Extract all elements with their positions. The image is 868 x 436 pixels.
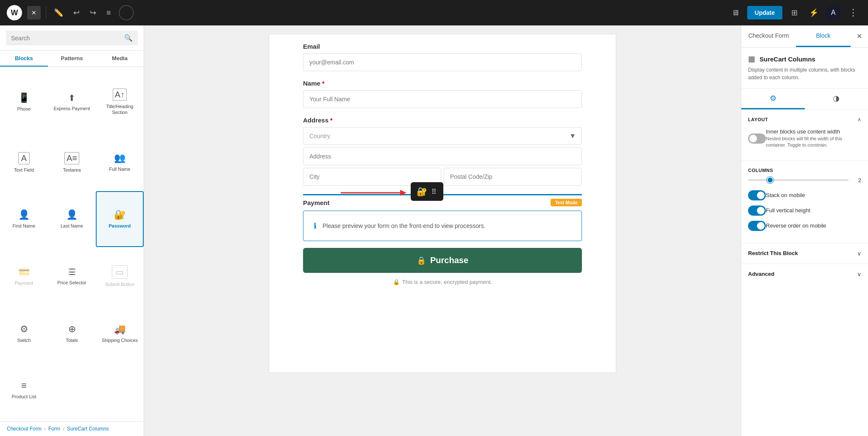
popup-drag-handle-icon[interactable]: ⠿ — [431, 188, 437, 196]
edit-pen-button[interactable]: ✏️ — [51, 6, 66, 20]
tab-media[interactable]: Media — [96, 51, 144, 67]
panel-style-tabs: ⚙ ◑ — [741, 89, 868, 110]
zip-input[interactable] — [444, 168, 582, 186]
block-item-product-list[interactable]: ≡ Product List — [0, 362, 48, 418]
svg-marker-1 — [400, 190, 406, 196]
block-label-switch: Switch — [17, 337, 31, 343]
block-item-last-name[interactable]: 👤 Last Name — [48, 191, 96, 247]
sidebar: 🔍 Blocks Patterns Media 📱 Phone ⬆ Expres… — [0, 25, 144, 436]
tab-style-icon[interactable]: ◑ — [805, 89, 868, 109]
layout-chevron-icon[interactable]: ∧ — [857, 117, 861, 122]
secure-lock-icon: 🔒 — [393, 279, 400, 285]
email-input[interactable] — [303, 53, 582, 71]
stack-on-mobile-toggle[interactable] — [748, 190, 766, 200]
block-item-express-payment[interactable]: ⬆ Express Payment — [48, 70, 96, 134]
block-item-full-name[interactable]: 👥 Full Name — [96, 134, 144, 191]
block-item-text-field[interactable]: A Text Field — [0, 134, 48, 191]
block-item-switch[interactable]: ⚙ Switch — [0, 305, 48, 361]
toolbar-right: 🖥 Update ⊞ ⚡ A ⋮ — [728, 5, 861, 20]
layout-section: Layout ∧ Inner blocks use content width … — [741, 110, 868, 161]
arrow-overlay — [341, 186, 409, 199]
block-label-password: Password — [109, 223, 131, 229]
block-item-totals[interactable]: ⊕ Totals — [48, 305, 96, 361]
block-label-textarea: Textarea — [63, 167, 81, 173]
block-item-textarea[interactable]: A≡ Textarea — [48, 134, 96, 191]
name-input[interactable] — [303, 90, 582, 108]
list-view-button[interactable]: ≡ — [104, 6, 114, 20]
test-mode-badge: Test Mode — [551, 199, 582, 206]
info-icon: ℹ — [314, 221, 317, 230]
last-name-icon: 👤 — [66, 209, 78, 220]
panel-block-info: ▦ SureCart Columns Display content in mu… — [741, 47, 868, 89]
express-payment-icon: ⬆ — [68, 93, 75, 103]
redo-button[interactable]: ↪ — [87, 6, 99, 20]
stack-on-mobile-label: Stack on mobile — [766, 192, 856, 198]
product-list-icon: ≡ — [21, 380, 27, 391]
columns-section: COLUMNS 2 Stack on mobile Ful — [741, 161, 868, 243]
block-item-shipping-choices[interactable]: 🚚 Shipping Choices — [96, 305, 144, 361]
shipping-choices-icon: 🚚 — [114, 324, 125, 335]
site-logo[interactable]: W — [7, 5, 22, 20]
purchase-label: Purchase — [430, 255, 468, 265]
block-label-last-name: Last Name — [61, 223, 83, 229]
columns-label: COLUMNS — [748, 168, 861, 173]
inner-blocks-label: Inner blocks use content width — [766, 128, 856, 135]
purchase-button[interactable]: 🔒 Purchase — [303, 248, 582, 273]
reverse-order-label-group: Reverse order on mobile — [766, 222, 856, 229]
columns-value: 2 — [853, 177, 861, 183]
full-vertical-height-toggle[interactable] — [748, 206, 766, 216]
tab-block[interactable]: Block — [796, 25, 851, 47]
main-layout: 🔍 Blocks Patterns Media 📱 Phone ⬆ Expres… — [0, 25, 868, 436]
tab-settings-icon[interactable]: ⚙ — [741, 89, 805, 109]
block-item-title-heading[interactable]: A↑ Title/Heading Section — [96, 70, 144, 134]
tab-patterns[interactable]: Patterns — [48, 51, 96, 67]
payment-label: Payment — [303, 199, 330, 206]
breadcrumb-surecart-columns[interactable]: SureCart Columns — [67, 426, 109, 432]
inner-blocks-toggle[interactable] — [748, 133, 766, 144]
panel-block-icon: ▦ — [748, 54, 755, 64]
stack-mobile-label-group: Stack on mobile — [766, 192, 856, 198]
block-item-password[interactable]: 🔐 Password — [96, 191, 144, 247]
bolt-button[interactable]: ⚡ — [806, 5, 821, 20]
desktop-view-button[interactable]: 🖥 — [728, 5, 743, 20]
full-vertical-height-row: Full vertical height — [748, 206, 861, 216]
avatar[interactable]: A — [826, 5, 841, 20]
tab-blocks[interactable]: Blocks — [0, 51, 48, 67]
block-item-price-selector[interactable]: ☰ Price Selector — [48, 247, 96, 305]
toolbar-divider — [46, 6, 46, 19]
country-select[interactable]: Country — [303, 127, 582, 145]
block-label-product-list: Product List — [11, 394, 36, 400]
breadcrumb-checkout-form[interactable]: Checkout Form — [7, 426, 42, 432]
block-label-title-heading: Title/Heading Section — [100, 103, 139, 116]
advanced-chevron-icon: ∨ — [857, 271, 861, 278]
search-box[interactable]: 🔍 — [6, 31, 138, 45]
reverse-order-toggle[interactable] — [748, 221, 766, 231]
address-grid: Country ▼ — [303, 127, 582, 186]
country-select-wrapper: Country ▼ — [303, 127, 582, 145]
password-icon: 🔐 — [114, 209, 125, 220]
inner-blocks-desc: Nested blocks will fill the width of thi… — [766, 136, 856, 149]
search-input[interactable] — [11, 35, 121, 42]
reverse-order-label: Reverse order on mobile — [766, 222, 856, 229]
address-input[interactable] — [303, 147, 582, 165]
secure-message: 🔒 This is a secure, encrypted payment. — [303, 279, 582, 285]
restrict-block-section[interactable]: Restrict This Block ∨ — [741, 243, 868, 264]
submit-button-icon: ▭ — [112, 265, 128, 279]
undo-button[interactable]: ↩ — [71, 6, 82, 20]
payment-section: Payment Test Mode ℹ Please preview your … — [303, 199, 582, 241]
layout-button[interactable]: ⊞ — [787, 5, 802, 20]
columns-slider[interactable] — [748, 179, 849, 181]
update-button[interactable]: Update — [747, 6, 782, 19]
block-item-first-name[interactable]: 👤 First Name — [0, 191, 48, 247]
close-editor-button[interactable]: ✕ — [27, 6, 41, 19]
site-icon[interactable]: ⊕ — [119, 5, 134, 20]
advanced-section[interactable]: Advanced ∨ — [741, 264, 868, 284]
right-panel: Checkout Form Block ✕ ▦ SureCart Columns… — [741, 25, 868, 436]
tab-checkout-form[interactable]: Checkout Form — [741, 25, 796, 47]
restrict-block-label: Restrict This Block — [748, 250, 798, 256]
block-item-phone[interactable]: 📱 Phone — [0, 70, 48, 134]
breadcrumb-form[interactable]: Form — [48, 426, 60, 432]
more-options-button[interactable]: ⋮ — [845, 6, 861, 20]
close-panel-button[interactable]: ✕ — [851, 27, 868, 45]
totals-icon: ⊕ — [68, 324, 76, 335]
